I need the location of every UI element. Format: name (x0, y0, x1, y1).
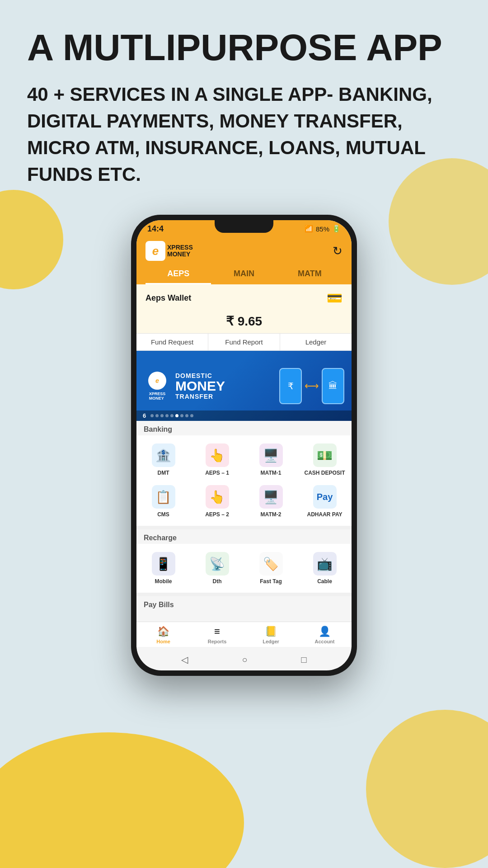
status-time: 14:4 (147, 224, 164, 234)
mobile-icon: 📱 (152, 552, 175, 576)
recharge-section-label: Recharge (136, 529, 352, 544)
aeps2-label: AEPS – 2 (205, 511, 229, 518)
banking-grid: 🏦 DMT 👆 AEPS – 1 🖥️ MATM-1 💵 CASH DEPOSI… (136, 435, 352, 526)
nav-account[interactable]: 👤 Account (298, 622, 352, 647)
banner-phone-right: 🏛 (322, 368, 344, 404)
wallet-title: Aeps Wallet (145, 293, 191, 303)
service-mobile[interactable]: 📱 Mobile (136, 547, 190, 589)
adhaar-pay-label: ADHAAR PAY (307, 511, 342, 518)
cable-icon: 📺 (313, 552, 337, 576)
home-label: Home (156, 639, 170, 644)
fasttag-label: Fast Tag (260, 578, 282, 585)
account-icon: 👤 (319, 626, 331, 637)
phone-screen: 14:4 📶 85% 🔋 e XPRESS MONEY (136, 220, 352, 670)
logo-letter: e (152, 244, 159, 258)
nav-ledger[interactable]: 📒 Ledger (244, 622, 298, 647)
service-matm1[interactable]: 🖥️ MATM-1 (244, 439, 298, 481)
service-cms[interactable]: 📋 CMS (136, 481, 190, 522)
recents-button[interactable]: □ (301, 655, 306, 665)
service-adhaar-pay[interactable]: Pay ADHAAR PAY (298, 481, 352, 522)
banner-section: e XPRESSMONEY DOMESTIC MONEY TRANSFER ₹ … (136, 351, 352, 421)
bg-decoration-bottom-left (0, 732, 244, 868)
section-divider-2 (136, 593, 352, 596)
signal-icon: 📶 (305, 225, 313, 233)
nav-home[interactable]: 🏠 Home (136, 622, 190, 647)
banner-dot-7 (180, 414, 183, 417)
phone-outer-frame: 14:4 📶 85% 🔋 e XPRESS MONEY (131, 215, 357, 676)
home-button[interactable]: ○ (242, 655, 247, 665)
service-dth[interactable]: 📡 Dth (190, 547, 244, 589)
banking-section-label: Banking (136, 421, 352, 435)
banner-phones: ₹ ⟷ 🏛 (279, 368, 344, 404)
fund-report-button[interactable]: Fund Report (208, 334, 280, 350)
mobile-label: Mobile (155, 578, 172, 585)
logo-name: XPRESS (167, 244, 193, 251)
tab-matm[interactable]: MATM (277, 264, 343, 284)
ledger-icon: 📒 (265, 626, 277, 637)
banner-transfer: TRANSFER (175, 393, 275, 400)
logo-text: XPRESS MONEY (167, 244, 193, 258)
service-fasttag[interactable]: 🏷️ Fast Tag (244, 547, 298, 589)
banner-arrow: ⟷ (305, 380, 319, 392)
tab-aeps[interactable]: AEPS (145, 264, 211, 284)
service-cash-deposit[interactable]: 💵 CASH DEPOSIT (298, 439, 352, 481)
app-logo: e XPRESS MONEY (145, 241, 193, 261)
cash-deposit-label: CASH DEPOSIT (304, 470, 345, 476)
fund-request-button[interactable]: Fund Request (136, 334, 208, 350)
service-matm2[interactable]: 🖥️ MATM-2 (244, 481, 298, 522)
battery-text: 85% (316, 225, 329, 233)
refresh-icon[interactable]: ↻ (333, 244, 343, 258)
app-logo-row: e XPRESS MONEY ↻ (145, 241, 343, 261)
banner-dot-3 (160, 414, 164, 417)
nav-reports[interactable]: ≡ Reports (190, 622, 244, 647)
banner-phone-left: ₹ (279, 368, 302, 404)
phone-mockup: 14:4 📶 85% 🔋 e XPRESS MONEY (0, 215, 488, 676)
banner-money: MONEY (175, 379, 275, 393)
wallet-section: Aeps Wallet 💳 (136, 284, 352, 312)
status-icons: 📶 85% 🔋 (305, 225, 341, 233)
bg-decoration-bottom-right (366, 710, 488, 868)
back-button[interactable]: ◁ (181, 654, 188, 665)
dmt-icon: 🏦 (152, 443, 175, 467)
page-title: A MUTLIPURPOSE APP (27, 27, 461, 68)
service-aeps2[interactable]: 👆 AEPS – 2 (190, 481, 244, 522)
battery-icon: 🔋 (332, 225, 341, 233)
logo-icon: e (145, 241, 165, 261)
banner-dot-2 (155, 414, 159, 417)
banner-dot-8 (185, 414, 188, 417)
app-content: Aeps Wallet 💳 ₹ 9.65 Fund Request Fund R… (136, 284, 352, 611)
service-cable[interactable]: 📺 Cable (298, 547, 352, 589)
wallet-actions: Fund Request Fund Report Ledger (136, 333, 352, 351)
tab-main[interactable]: MAIN (211, 264, 277, 284)
app-tabs: AEPS MAIN MATM (145, 264, 343, 284)
banner-logo-text: XPRESSMONEY (149, 392, 166, 401)
account-label: Account (315, 639, 335, 644)
banner-dot-6-active (175, 414, 178, 417)
ledger-label: Ledger (263, 639, 279, 644)
wallet-amount: ₹ 9.65 (136, 312, 352, 333)
banner-dot-5 (170, 414, 174, 417)
matm1-label: MATM-1 (261, 470, 282, 476)
dth-icon: 📡 (206, 552, 229, 576)
cms-icon: 📋 (152, 485, 175, 509)
page-header: A MUTLIPURPOSE APP 40 + SERVICES IN A SI… (0, 0, 488, 197)
reports-icon: ≡ (214, 626, 220, 637)
bottom-nav: 🏠 Home ≡ Reports 📒 Ledger 👤 Account (136, 622, 352, 647)
dmt-label: DMT (158, 470, 169, 476)
aeps1-label: AEPS – 1 (205, 470, 229, 476)
banner-dot-4 (165, 414, 169, 417)
matm2-icon: 🖥️ (259, 485, 283, 509)
matm2-label: MATM-2 (261, 511, 282, 518)
banner-indicator: 6 (136, 410, 352, 421)
adhaar-pay-icon: Pay (313, 485, 337, 509)
home-icon: 🏠 (157, 626, 169, 637)
matm1-icon: 🖥️ (259, 443, 283, 467)
reports-label: Reports (208, 639, 227, 644)
fasttag-icon: 🏷️ (259, 552, 283, 576)
banner-logo: e XPRESSMONEY (144, 372, 171, 401)
service-aeps1[interactable]: 👆 AEPS – 1 (190, 439, 244, 481)
cash-deposit-icon: 💵 (313, 443, 337, 467)
ledger-button[interactable]: Ledger (280, 334, 352, 350)
banner-number: 6 (143, 412, 146, 419)
service-dmt[interactable]: 🏦 DMT (136, 439, 190, 481)
